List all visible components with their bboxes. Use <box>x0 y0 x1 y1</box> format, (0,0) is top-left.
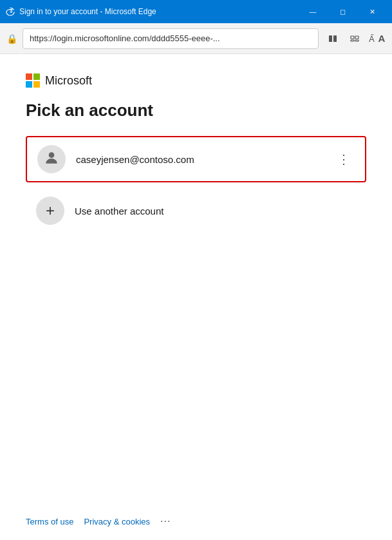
ms-logo-yellow <box>33 81 40 88</box>
svg-rect-3 <box>355 36 359 39</box>
ms-logo-green <box>33 73 40 80</box>
page-content: Microsoft Pick an account caseyjensen@co… <box>0 54 392 540</box>
account-more-button[interactable]: ⋮ <box>333 150 355 168</box>
maximize-button[interactable]: ◻ <box>328 0 357 23</box>
use-another-account[interactable]: + Use another account <box>26 190 366 231</box>
edge-icon <box>5 6 15 17</box>
svg-rect-4 <box>351 40 354 41</box>
titlebar-controls: — ◻ ✕ <box>298 0 387 23</box>
addressbar: 🔒 A̋ A <box>0 23 392 54</box>
svg-rect-0 <box>329 35 332 42</box>
svg-rect-1 <box>333 35 337 42</box>
terms-of-use-link[interactable]: Terms of use <box>26 517 73 526</box>
minimize-button[interactable]: — <box>298 0 328 23</box>
titlebar-title: Sign in to your account - Microsoft Edge <box>19 7 298 16</box>
account-email: caseyjensen@contoso.com <box>76 154 323 165</box>
plus-icon: + <box>36 197 64 225</box>
privacy-cookies-link[interactable]: Privacy & cookies <box>84 517 150 526</box>
lock-icon: 🔒 <box>6 34 17 44</box>
ms-logo-blue <box>26 81 32 88</box>
svg-text:A̋: A̋ <box>369 34 375 44</box>
ms-logo-red <box>26 73 32 80</box>
titlebar: Sign in to your account - Microsoft Edge… <box>0 0 392 23</box>
footer-more-button[interactable]: ··· <box>160 516 171 527</box>
close-button[interactable]: ✕ <box>357 0 387 23</box>
another-account-label: Use another account <box>75 206 163 217</box>
svg-point-7 <box>49 152 55 158</box>
microsoft-logo: Microsoft <box>26 73 366 88</box>
svg-rect-2 <box>351 36 354 39</box>
microsoft-text: Microsoft <box>45 74 92 88</box>
person-icon <box>43 149 60 169</box>
account-avatar <box>37 145 66 173</box>
ms-logo-grid <box>26 73 40 88</box>
reader-icon[interactable] <box>324 30 342 48</box>
svg-rect-5 <box>355 40 359 41</box>
address-icons: A̋ A <box>324 30 386 48</box>
address-input[interactable] <box>23 28 319 49</box>
page-footer: Terms of use Privacy & cookies ··· <box>26 505 366 527</box>
tabs-icon[interactable] <box>346 30 364 48</box>
account-item-caseyjensen[interactable]: caseyjensen@contoso.com ⋮ <box>26 136 366 182</box>
settings-icon[interactable]: A̋ A <box>368 30 386 48</box>
page-heading: Pick an account <box>26 101 366 121</box>
